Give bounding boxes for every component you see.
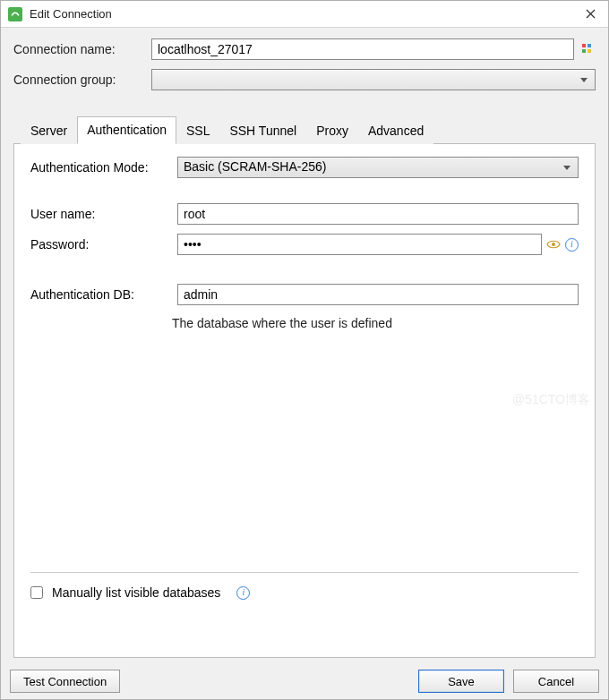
authdb-label: Authentication DB: [30, 287, 172, 302]
test-connection-button[interactable]: Test Connection [10, 670, 120, 693]
svg-rect-0 [582, 44, 586, 47]
authdb-row: Authentication DB: [30, 284, 579, 305]
manual-list-row: Manually list visible databases i [30, 585, 579, 600]
auth-mode-row: Authentication Mode: Basic (SCRAM-SHA-25… [30, 157, 579, 178]
svg-rect-3 [588, 49, 591, 53]
connection-group-select[interactable] [151, 69, 596, 90]
save-button[interactable]: Save [418, 670, 504, 693]
dialog-footer: Test Connection Save Cancel [1, 665, 608, 699]
username-label: User name: [30, 207, 172, 221]
tab-ssh-tunnel[interactable]: SSH Tunnel [219, 117, 306, 144]
tab-advanced[interactable]: Advanced [358, 117, 433, 144]
manual-list-info-icon[interactable]: i [236, 586, 250, 600]
cancel-button[interactable]: Cancel [513, 670, 599, 693]
authdb-input[interactable] [177, 284, 579, 305]
tab-authentication[interactable]: Authentication [77, 116, 176, 144]
connection-name-label: Connection name: [13, 42, 146, 56]
password-info-icon[interactable]: i [565, 238, 579, 252]
close-button[interactable] [572, 1, 608, 28]
color-picker-icon[interactable] [579, 41, 596, 57]
tab-ssl[interactable]: SSL [176, 117, 219, 144]
connection-group-row: Connection group: [13, 69, 596, 90]
svg-rect-1 [588, 44, 591, 47]
svg-rect-2 [582, 49, 586, 53]
auth-mode-value: Basic (SCRAM-SHA-256) [184, 159, 326, 174]
titlebar: Edit Connection [1, 1, 608, 28]
tab-proxy[interactable]: Proxy [306, 117, 358, 144]
tab-server[interactable]: Server [21, 117, 77, 144]
auth-mode-label: Authentication Mode: [30, 160, 172, 175]
panel-divider [30, 572, 579, 573]
password-row: Password: i [30, 234, 579, 255]
manual-list-label: Manually list visible databases [52, 585, 220, 600]
dialog-body: Connection name: Connection group: Serve… [1, 28, 608, 665]
connection-name-input[interactable] [151, 38, 574, 60]
username-row: User name: [30, 203, 579, 225]
connection-group-label: Connection group: [13, 73, 146, 87]
password-input[interactable] [177, 234, 542, 255]
username-input[interactable] [177, 203, 579, 225]
connection-name-row: Connection name: [13, 38, 596, 60]
authentication-panel: Authentication Mode: Basic (SCRAM-SHA-25… [13, 143, 596, 658]
authdb-help-text: The database where the user is defined [172, 316, 579, 330]
window-title: Edit Connection [30, 7, 572, 21]
manual-list-checkbox[interactable] [30, 586, 43, 599]
dialog-window: Edit Connection Connection name: Connect… [0, 0, 609, 700]
auth-mode-select[interactable]: Basic (SCRAM-SHA-256) [177, 157, 579, 178]
reveal-password-icon[interactable] [545, 236, 562, 252]
svg-point-4 [552, 243, 555, 246]
tabs: Server Authentication SSL SSH Tunnel Pro… [13, 115, 596, 143]
app-icon [8, 7, 22, 21]
password-label: Password: [30, 237, 172, 252]
